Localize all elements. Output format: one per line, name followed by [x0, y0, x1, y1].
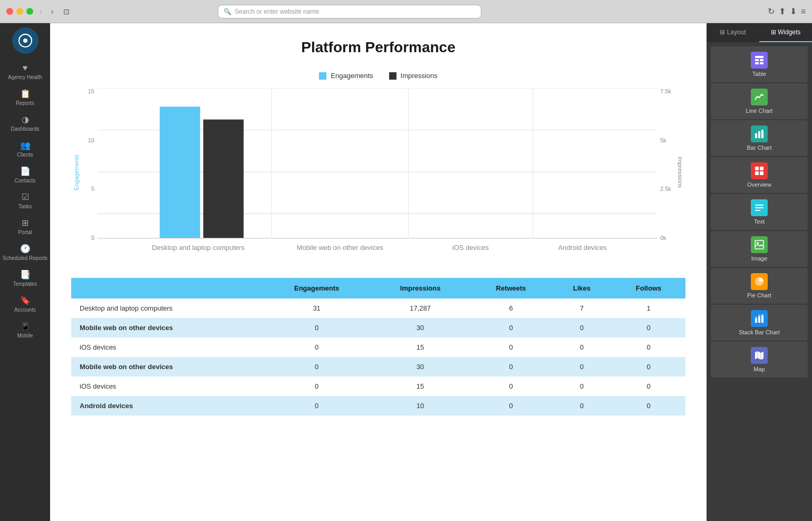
cell-retweets: 0: [470, 337, 552, 357]
svg-rect-16: [755, 59, 759, 61]
legend-impressions: Impressions: [389, 72, 438, 80]
overview-widget-icon: [751, 162, 768, 179]
widget-grid: Table Line Chart Bar Chart Overview: [707, 42, 812, 521]
widget-overview-label: Overview: [747, 181, 771, 188]
svg-marker-38: [755, 351, 763, 360]
sidebar-item-templates[interactable]: 📑 Templates: [0, 265, 50, 291]
minimize-button[interactable]: [16, 8, 23, 15]
cell-likes: 7: [552, 298, 612, 318]
svg-rect-27: [755, 205, 763, 206]
widget-table[interactable]: Table: [711, 46, 808, 82]
sidebar-item-accounts[interactable]: 🔖 Accounts: [0, 291, 50, 317]
cell-device: Android devices: [71, 396, 263, 416]
widget-bar-chart[interactable]: Bar Chart: [711, 120, 808, 156]
widget-map-label: Map: [753, 366, 765, 372]
svg-text:iOS devices: iOS devices: [452, 244, 489, 252]
sidebar-item-scheduled-reports[interactable]: 🕐 Scheduled Reports: [0, 239, 50, 265]
widget-overview[interactable]: Overview: [711, 157, 808, 193]
scheduled-reports-icon: 🕐: [20, 244, 31, 254]
share-button[interactable]: ⬆: [779, 6, 786, 16]
svg-rect-15: [755, 56, 763, 58]
chart-legend: Engagements Impressions: [71, 72, 685, 80]
svg-rect-18: [755, 62, 759, 64]
cell-device: iOS devices: [71, 337, 263, 357]
widget-stack-bar-chart[interactable]: Stack Bar Chart: [711, 305, 808, 341]
address-placeholder: Search or enter website name: [235, 8, 319, 15]
cell-retweets: 6: [470, 298, 552, 318]
widget-pie-chart[interactable]: Pie Chart: [711, 268, 808, 304]
line-chart-widget-icon: [751, 89, 768, 105]
sidebar-item-tasks[interactable]: ☑ Tasks: [0, 188, 50, 214]
data-table: Engagements Impressions Retweets Likes F…: [71, 278, 685, 416]
sidebar-item-agency-health[interactable]: ♥ Agency Health: [0, 59, 50, 84]
table-row: Android devices 0 10 0 0 0: [71, 396, 685, 416]
sidebar-item-contacts[interactable]: 📄 Contacts: [0, 162, 50, 188]
table-row: Mobile web on other devices 0 30 0 0 0: [71, 318, 685, 337]
legend-impressions-label: Impressions: [401, 72, 438, 80]
y-axis-left: 15 10 5 0: [82, 88, 98, 257]
col-header-impressions: Impressions: [371, 278, 470, 298]
col-header-retweets: Retweets: [470, 278, 552, 298]
cell-follows: 0: [612, 377, 685, 396]
col-header-likes: Likes: [552, 278, 612, 298]
cell-follows: 1: [612, 298, 685, 318]
svg-rect-23: [755, 167, 759, 170]
col-header-follows: Follows: [612, 278, 685, 298]
widget-line-chart[interactable]: Line Chart: [711, 83, 808, 119]
table-widget-icon: [751, 52, 768, 69]
svg-rect-19: [760, 62, 763, 64]
cell-retweets: 0: [470, 396, 552, 416]
forward-button[interactable]: ›: [49, 6, 55, 17]
widget-text[interactable]: Text: [711, 194, 808, 230]
tasks-icon: ☑: [22, 192, 29, 202]
refresh-button[interactable]: ↻: [768, 6, 775, 16]
tab-layout-button[interactable]: ⊡: [60, 6, 73, 17]
map-widget-icon: [751, 347, 768, 364]
widget-image[interactable]: Image: [711, 231, 808, 267]
table-body: Desktop and laptop computers 31 17,287 6…: [71, 298, 685, 416]
cell-device: iOS devices: [71, 377, 263, 396]
maximize-button[interactable]: [26, 8, 33, 15]
cell-likes: 0: [552, 377, 612, 396]
menu-button[interactable]: ≡: [801, 6, 806, 16]
sidebar-item-mobile[interactable]: 📱 Mobile: [0, 317, 50, 343]
back-button[interactable]: ‹: [37, 6, 44, 17]
svg-rect-29: [755, 210, 760, 211]
logo[interactable]: [12, 27, 38, 54]
svg-rect-28: [755, 207, 763, 208]
cell-retweets: 0: [470, 318, 552, 337]
sidebar-item-clients[interactable]: 👥 Clients: [0, 136, 50, 162]
tab-layout[interactable]: ⊞ Layout: [707, 23, 759, 42]
browser-chrome: ‹ › ⊡ 🔍 Search or enter website name ↻ ⬆…: [0, 0, 812, 23]
svg-text:Desktop and laptop computers: Desktop and laptop computers: [152, 244, 245, 252]
pie-chart-widget-icon: [751, 273, 768, 290]
chart-container: Engagements Impressions Engagements 15 1…: [71, 72, 685, 257]
table-row: Desktop and laptop computers 31 17,287 6…: [71, 298, 685, 318]
cell-impressions: 15: [371, 377, 470, 396]
cell-likes: 0: [552, 396, 612, 416]
tab-widgets[interactable]: ⊞ Widgets: [759, 23, 812, 42]
portal-icon: ⊞: [22, 218, 28, 228]
download-button[interactable]: ⬇: [790, 6, 797, 16]
cell-device: Mobile web on other devices: [71, 318, 263, 337]
cell-engagements: 0: [263, 377, 371, 396]
right-panel-tabs: ⊞ Layout ⊞ Widgets: [707, 23, 812, 42]
cell-engagements: 31: [263, 298, 371, 318]
svg-rect-33: [755, 317, 757, 319]
y-axis-right: 7.5k 5k 2.5k 0k: [657, 88, 675, 257]
heart-icon: ♥: [23, 63, 28, 73]
table-row: iOS devices 0 15 0 0 0: [71, 377, 685, 396]
cell-engagements: 0: [263, 337, 371, 357]
svg-rect-30: [755, 240, 763, 249]
svg-rect-34: [758, 317, 760, 323]
sidebar-item-dashboards[interactable]: ◑ Dashboards: [0, 110, 50, 136]
svg-rect-36: [761, 316, 763, 323]
widget-pie-chart-label: Pie Chart: [747, 292, 771, 298]
widget-table-label: Table: [752, 71, 766, 77]
widget-map[interactable]: Map: [711, 342, 808, 378]
bar-chart-widget-icon: [751, 126, 768, 142]
sidebar-item-reports[interactable]: 📋 Reports: [0, 84, 50, 110]
sidebar-item-portal[interactable]: ⊞ Portal: [0, 214, 50, 239]
svg-point-1: [23, 38, 27, 43]
close-button[interactable]: [6, 8, 13, 15]
